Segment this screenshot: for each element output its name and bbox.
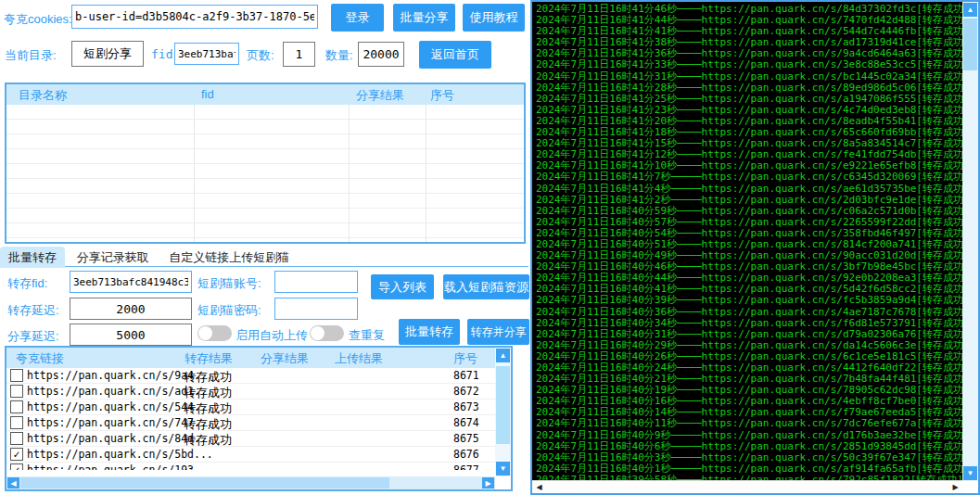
- link-table-row[interactable]: https://pan.quark.cn/s/84d...转存成功8675: [6, 431, 495, 447]
- console-line: 2024年7月11日16时40分31秒────https://pan.quark…: [536, 329, 962, 340]
- col-upload-result: 上传结果: [335, 350, 383, 367]
- checkbox-unchecked[interactable]: [10, 385, 23, 398]
- scroll-up-button[interactable]: ▲: [963, 3, 977, 17]
- current-dir-box[interactable]: 短剧分享: [71, 41, 144, 67]
- transfer-fid-label: 转存fid:: [7, 275, 47, 292]
- console-line: 2024年7月11日16时41分7秒─────https://pan.quark…: [536, 171, 962, 183]
- table-row[interactable]: [6, 120, 524, 134]
- vscroll-thumb[interactable]: [496, 366, 510, 444]
- directory-table: 目录名称 fid 分享结果 序号: [5, 82, 526, 244]
- batch-share-button[interactable]: 批量分享: [393, 4, 455, 32]
- console-line: 2024年7月11日16时40分36秒────https://pan.quark…: [536, 307, 962, 318]
- console-panel: 2024年7月11日16时41分46秒────https://pan.quark…: [530, 0, 980, 495]
- count-label: 数量:: [325, 47, 353, 64]
- transfer-delay-input[interactable]: [70, 298, 192, 320]
- console-vscrollbar[interactable]: ▲ ▼: [962, 2, 978, 481]
- load-resources-button[interactable]: 载入短剧猫资源: [443, 274, 529, 299]
- console-line: 2024年7月11日16时41分28秒────https://pan.quark…: [536, 82, 962, 94]
- transfer-and-share-button[interactable]: 转存并分享: [467, 319, 529, 345]
- login-button[interactable]: 登录: [331, 4, 384, 32]
- index-cell: 8672: [453, 385, 479, 398]
- tab-share-records[interactable]: 分享记录获取: [69, 247, 158, 268]
- tab-custom-upload[interactable]: 自定义链接上传短剧猫: [160, 247, 298, 268]
- table-row[interactable]: [6, 105, 524, 120]
- table-row[interactable]: [6, 134, 524, 149]
- link-table-row[interactable]: https://pan.quark.cn/s/ad1...转存成功8672: [6, 384, 495, 400]
- scroll-left-button[interactable]: ◀: [533, 481, 545, 492]
- tutorial-button[interactable]: 使用教程: [463, 4, 525, 32]
- password-label: 短剧猫密码:: [197, 302, 261, 319]
- tab-batch-transfer[interactable]: 批量转存: [0, 247, 65, 268]
- link-table: 夸克链接 转存结果 分享结果 上传结果 序号 https://pan.quark…: [5, 346, 513, 491]
- tab-bar: 批量转存 分享记录获取 自定义链接上传短剧猫: [0, 247, 528, 267]
- transfer-delay-label: 转存延迟:: [7, 302, 59, 319]
- table-row[interactable]: [6, 179, 524, 194]
- current-dir-label: 当前目录:: [5, 47, 57, 64]
- directory-table-body: [6, 105, 524, 242]
- auto-upload-toggle[interactable]: [197, 325, 232, 341]
- link-cell: https://pan.quark.cn/s/5bd...: [27, 448, 213, 461]
- fid-input[interactable]: [174, 43, 239, 65]
- col-index: 序号: [430, 87, 454, 104]
- link-table-vscrollbar[interactable]: ▲ ▼: [495, 348, 511, 476]
- link-table-row[interactable]: https://pan.quark.cn/s/544...转存成功8673: [6, 400, 495, 415]
- scroll-down-button[interactable]: ▼: [496, 462, 510, 476]
- table-row[interactable]: [6, 149, 524, 164]
- link-table-row[interactable]: https://pan.quark.cn/s/747...转存成功8674: [6, 415, 495, 431]
- console-line: 2024年7月11日16时40分39秒────https://pan.quark…: [536, 295, 962, 306]
- toggle-knob: [311, 326, 325, 340]
- table-row[interactable]: [6, 223, 524, 238]
- table-row[interactable]: [6, 209, 524, 223]
- checkbox-unchecked[interactable]: [10, 400, 23, 413]
- index-cell: 8673: [453, 400, 479, 413]
- console-line: 2024年7月11日16时40分9秒─────https://pan.quark…: [536, 430, 962, 441]
- transfer-fid-input[interactable]: [70, 271, 192, 293]
- checkbox-unchecked[interactable]: [10, 432, 23, 445]
- batch-transfer-button[interactable]: 批量转存: [399, 319, 460, 345]
- index-cell: 8676: [453, 448, 479, 461]
- link-table-row[interactable]: ✓https://pan.quark.cn/s/5bd...8676: [6, 447, 495, 463]
- checkbox-checked[interactable]: ✓: [10, 463, 23, 470]
- account-input[interactable]: [274, 271, 358, 293]
- dedupe-toggle[interactable]: [310, 325, 344, 341]
- console-line: 2024年7月11日16时41分2秒─────https://pan.quark…: [536, 195, 962, 206]
- scroll-down-button[interactable]: ▼: [963, 466, 977, 480]
- link-table-row[interactable]: ✓https://pan.quark.cn/s/1938677: [6, 463, 495, 470]
- import-list-button[interactable]: 导入列表: [371, 274, 434, 299]
- pages-input[interactable]: [283, 42, 315, 67]
- console-line: 2024年7月11日16时41分31秒────https://pan.quark…: [536, 71, 962, 82]
- cookies-input[interactable]: [71, 5, 318, 29]
- table-row[interactable]: [6, 238, 524, 242]
- index-cell: 8671: [453, 369, 479, 382]
- link-cell: https://pan.quark.cn/s/193: [27, 463, 194, 470]
- table-row[interactable]: [6, 164, 524, 179]
- scroll-left-button[interactable]: ◀: [7, 477, 19, 489]
- index-cell: 8675: [453, 432, 479, 445]
- checkbox-unchecked[interactable]: [10, 416, 23, 429]
- scroll-right-button[interactable]: ▶: [949, 481, 961, 492]
- hscroll-thumb[interactable]: [20, 477, 389, 489]
- toggle-knob: [198, 326, 212, 340]
- home-button[interactable]: 返回首页: [419, 41, 491, 69]
- link-table-hscrollbar[interactable]: ◀ ▶: [6, 476, 495, 489]
- scroll-right-button[interactable]: ▶: [482, 477, 494, 489]
- console-line: 2024年7月11日16时41分33秒────https://pan.quark…: [536, 59, 962, 70]
- vscroll-thumb[interactable]: [963, 19, 977, 70]
- directory-table-header: 目录名称 fid 分享结果 序号: [6, 84, 524, 105]
- password-input[interactable]: [274, 298, 358, 320]
- checkbox-checked[interactable]: ✓: [10, 448, 23, 461]
- checkbox-unchecked[interactable]: [10, 369, 23, 382]
- console-line: 2024年7月11日16时40分11秒────https://pan.quark…: [536, 418, 962, 429]
- console-hscrollbar[interactable]: ◀ ▶: [532, 480, 962, 493]
- console-line: 2024年7月11日16时41分4秒─────https://pan.quark…: [536, 184, 962, 195]
- pages-label: 页数:: [247, 47, 274, 64]
- table-row[interactable]: [6, 194, 524, 209]
- share-delay-input[interactable]: [70, 324, 192, 346]
- col-quark-link: 夸克链接: [16, 350, 64, 367]
- link-table-row[interactable]: https://pan.quark.cn/s/9a4...转存成功8671: [6, 368, 495, 384]
- count-input[interactable]: [358, 42, 404, 67]
- col-dir-name: 目录名称: [19, 87, 67, 104]
- index-cell: 8677: [453, 463, 479, 470]
- scroll-up-button[interactable]: ▲: [496, 349, 510, 362]
- link-table-header: 夸克链接 转存结果 分享结果 上传结果 序号: [6, 348, 511, 368]
